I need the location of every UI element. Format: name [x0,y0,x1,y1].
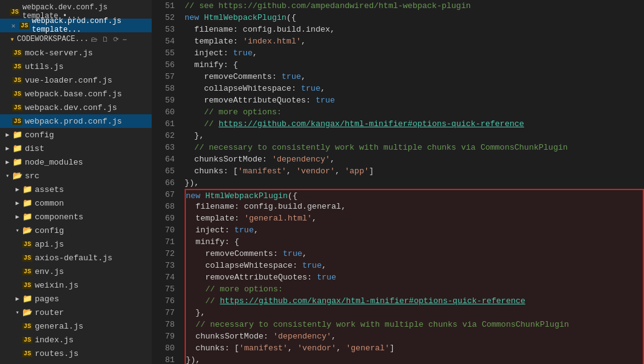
open-editors: JS webpack.dev.conf.js template •... ✕ J… [0,5,152,46]
code-line: }, [185,130,644,142]
code-line: minify: { [185,59,644,71]
code-line: // necessary to consistently work with m… [185,319,644,330]
code-editor: 5152535455565758596061626364656667686970… [152,0,644,364]
code-line: // necessary to consistently work with m… [185,142,644,153]
line-number: 81 [152,354,175,364]
tree-item-config-src[interactable]: ▾ 📂 config [0,224,152,237]
line-number: 71 [152,236,175,248]
folder-icon: 📁 [22,184,32,194]
tree-item-common[interactable]: ▶ 📁 common [0,196,152,210]
folder-icon: 📁 [12,157,22,167]
arrow-icon: ▶ [2,131,12,139]
tree-item-dist[interactable]: ▶ 📁 dist [0,142,152,155]
editor-tab-label: webpack.prod.conf.js template... [32,17,147,34]
line-number: 73 [152,260,175,271]
code-line: chunksSortMode: 'dependency', [185,153,644,165]
code-line: // more options: [185,106,644,118]
code-line: filename: config.build.general, [185,201,644,212]
code-line: new HtmlWebpackPlugin({ [185,189,644,201]
code-line: }), [185,354,644,364]
line-number: 69 [152,212,175,224]
line-number: 52 [152,12,175,24]
line-number: 62 [152,130,175,142]
tree-item-components[interactable]: ▶ 📁 components [0,210,152,224]
editor-tab-webpack-prod[interactable]: ✕ JS webpack.prod.conf.js template... [0,19,152,32]
line-number: 53 [152,24,175,35]
editor-tab-codeworkspace[interactable]: ▾ CODEWORKSPACE... 🗁 🗋 ⟳ ⋯ [0,32,152,46]
arrow-icon: ▶ [12,295,22,303]
arrow-icon: ▾ [2,172,12,180]
code-line: // https://github.com/kangax/html-minifi… [185,118,644,130]
js-icon: JS [22,282,32,289]
tree-item-weixin[interactable]: JS weixin.js [0,278,152,292]
line-number: 63 [152,142,175,153]
code-line: collapseWhitespace: true, [185,260,644,271]
code-line: removeComments: true, [185,248,644,260]
line-number: 61 [152,118,175,130]
line-numbers: 5152535455565758596061626364656667686970… [152,0,180,364]
code-lines[interactable]: // see https://github.com/ampedandwired/… [180,0,644,364]
code-content: 5152535455565758596061626364656667686970… [152,0,644,364]
arrow-icon: ▶ [12,186,22,193]
tree-item-assets[interactable]: ▶ 📁 assets [0,183,152,196]
line-number: 60 [152,106,175,118]
action-icons: 🗁 🗋 ⟳ ⋯ [91,35,126,43]
js-icon: JS [12,50,22,57]
tree-item-axios-default[interactable]: JS axios-default.js [0,251,152,265]
js-icon: JS [12,91,22,98]
line-number: 79 [152,330,175,342]
line-number: 77 [152,307,175,319]
folder-icon: 📂 [22,225,32,235]
tree-item-pages[interactable]: ▶ 📁 pages [0,292,152,306]
line-number: 75 [152,283,175,295]
line-number: 76 [152,295,175,307]
tree-item-webpack-base[interactable]: JS webpack.base.conf.js [0,87,152,101]
code-line: template: 'index.html', [185,35,644,47]
code-line: }), [185,177,644,189]
file-tree: JS mock-server.js JS utils.js JS vue-loa… [0,46,152,364]
tree-item-mock-server[interactable]: JS mock-server.js [0,46,152,60]
folder-icon: 📁 [22,212,32,222]
code-line: // https://github.com/kangax/html-minifi… [185,295,644,307]
code-line: removeAttributeQuotes: true [185,271,644,283]
tree-item-vue-loader[interactable]: JS vue-loader.conf.js [0,73,152,87]
folder-icon: 📁 [22,198,32,208]
code-line: inject: true, [185,47,644,59]
line-number: 57 [152,71,175,83]
code-line: inject: true, [185,224,644,236]
code-line: collapseWhitespace: true, [185,83,644,94]
code-line: chunks: ['manifest', 'vendor', 'general'… [185,342,644,354]
code-line: }, [185,307,644,319]
tree-item-routes[interactable]: JS routes.js [0,347,152,360]
code-line: template: 'general.html', [185,212,644,224]
tree-item-node-modules[interactable]: ▶ 📁 node_modules [0,155,152,169]
tree-item-index[interactable]: JS index.js [0,333,152,347]
close-icon[interactable]: ✕ [10,22,17,30]
tree-item-src[interactable]: ▾ 📂 src [0,169,152,183]
line-number: 78 [152,319,175,330]
arrow-icon: ▶ [12,213,22,221]
code-line: new HtmlWebpackPlugin({ [185,12,644,24]
line-number: 56 [152,59,175,71]
arrow-icon: ▶ [2,145,12,152]
tree-item-env[interactable]: JS env.js [0,265,152,278]
folder-icon: 📁 [22,294,32,304]
tree-item-webpack-dev-conf[interactable]: JS webpack.dev.conf.js [0,101,152,114]
line-number: 74 [152,271,175,283]
line-number: 51 [152,0,175,12]
sidebar: JS webpack.dev.conf.js template •... ✕ J… [0,0,152,364]
code-line: chunksSortMode: 'dependency', [185,330,644,342]
tree-item-utils[interactable]: JS utils.js [0,60,152,73]
js-icon: JS [22,241,32,248]
tree-item-config[interactable]: ▶ 📁 config [0,128,152,142]
code-line: chunks: ['manifest', 'vendor', 'app'] [185,165,644,177]
tree-item-general[interactable]: JS general.js [0,319,152,333]
tree-item-api[interactable]: JS api.js [0,237,152,251]
tree-item-webpack-prod-conf[interactable]: JS webpack.prod.conf.js [0,114,152,128]
folder-icon: 📁 [12,130,22,140]
code-line: // more options: [185,283,644,295]
tree-item-router[interactable]: ▾ 📂 router [0,306,152,319]
folder-icon: 📂 [12,171,22,181]
line-number: 54 [152,35,175,47]
line-number: 66 [152,177,175,189]
